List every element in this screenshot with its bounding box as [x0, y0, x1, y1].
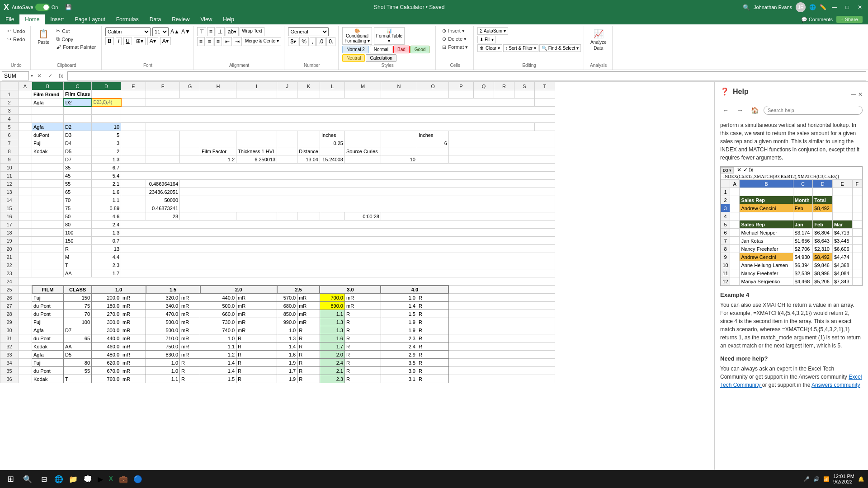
cell-N27[interactable]: 1.4 [381, 302, 417, 310]
row-num-2[interactable]: 2 [0, 99, 19, 107]
cell-N30[interactable]: 1.9 [381, 326, 417, 334]
cell-M30[interactable]: R [344, 326, 381, 334]
cell-M1[interactable] [344, 90, 381, 99]
excel-btn[interactable]: X [107, 475, 115, 483]
cell-D8[interactable]: 2 [92, 147, 121, 155]
cell-C14[interactable]: 70 [64, 196, 92, 204]
cell-D25[interactable]: 1.0 [92, 286, 146, 294]
cell-C3[interactable] [64, 107, 92, 115]
cell-C20[interactable]: R [64, 245, 92, 253]
help-collapse-btn[interactable]: — [851, 91, 856, 98]
cell-I8[interactable]: Thickness 1 HVL [236, 147, 277, 155]
cell-rest-2[interactable] [146, 99, 535, 107]
cell-F25[interactable]: 1.5 [146, 286, 200, 294]
tab-home[interactable]: Home [19, 14, 45, 24]
cell-C13[interactable]: 65 [64, 188, 92, 196]
conditional-formatting-btn[interactable]: 🎨 Conditional Formatting ▾ [342, 27, 372, 45]
cell-K34[interactable]: R [297, 359, 320, 367]
search-icon[interactable]: 🔍 [743, 4, 750, 11]
cell-B8[interactable]: Kodak [32, 147, 64, 155]
cell-D27[interactable]: 180.0 [92, 302, 121, 310]
cell-H1[interactable] [200, 90, 236, 99]
merge-center-btn[interactable]: Merge & Center▾ [243, 37, 282, 46]
autosave-control[interactable]: AutoSave On [12, 4, 58, 11]
cell-N31[interactable]: 2.3 [381, 334, 417, 343]
cell-F12[interactable]: 0.486964164 [146, 180, 180, 188]
cell-H8[interactable]: Film Factor [200, 147, 236, 155]
style-good[interactable]: Good [410, 46, 429, 53]
cell-I27[interactable]: mR [236, 302, 277, 310]
cortana-btn[interactable]: 💭 [81, 475, 94, 483]
col-D[interactable]: D [92, 82, 121, 90]
help-close-btn[interactable]: ✕ [858, 91, 863, 98]
cell-N35[interactable]: 3.0 [381, 367, 417, 375]
cell-O26[interactable]: R [417, 294, 448, 302]
cell-D30[interactable]: 300.0 [92, 326, 121, 334]
cell-B27[interactable]: du Pont [32, 302, 64, 310]
help-back-btn[interactable]: ← [720, 105, 731, 116]
orientation-btn[interactable]: ab▾ [226, 27, 239, 36]
file-explorer-btn[interactable]: 📁 [67, 475, 80, 483]
row-num-23[interactable]: 23 [0, 269, 19, 277]
cell-D6[interactable]: 5 [92, 131, 121, 139]
cancel-formula-btn[interactable]: ✕ [35, 71, 44, 80]
row-num-10[interactable]: 10 [0, 164, 19, 172]
tab-page-layout[interactable]: Page Layout [69, 14, 110, 24]
cell-I36[interactable]: R [236, 375, 277, 383]
cell-H26[interactable]: 440.0 [200, 294, 236, 302]
cell-C17[interactable]: 80 [64, 221, 92, 229]
cell-J1[interactable] [277, 90, 297, 99]
cell-L30[interactable]: 1.3 [320, 326, 344, 334]
row-num-12[interactable]: 12 [0, 180, 19, 188]
taskbar-search-btn[interactable]: 🔍 [19, 475, 36, 483]
cell-B36[interactable]: Kodak [32, 375, 64, 383]
cell-G33[interactable]: mR [180, 351, 200, 359]
format-painter-btn[interactable]: 🖌 Format Painter [53, 43, 99, 51]
underline-btn[interactable]: U [123, 37, 132, 45]
cell-E32[interactable]: mR [121, 343, 146, 351]
cell-C5[interactable]: D2 [64, 123, 92, 131]
cell-A2[interactable] [19, 99, 32, 107]
row-num-9[interactable]: 9 [0, 155, 19, 164]
col-S[interactable]: S [514, 82, 534, 90]
row-num-6[interactable]: 6 [0, 131, 19, 139]
cell-D7[interactable]: 3 [92, 139, 121, 147]
cell-S1[interactable] [514, 90, 534, 99]
cell-O32[interactable]: R [417, 343, 448, 351]
cell-K29[interactable]: mR [297, 318, 320, 326]
cell-B35[interactable]: du Pont [32, 367, 64, 375]
cell-C10[interactable]: 35 [64, 164, 92, 172]
undo-btn[interactable]: ↩ Undo [5, 27, 28, 35]
cell-L7[interactable]: 0.25 [320, 139, 344, 147]
cell-K8[interactable]: Distance [297, 147, 320, 155]
cell-K27[interactable]: mR [297, 302, 320, 310]
cell-D16[interactable]: 4.6 [92, 212, 121, 221]
notification-btn[interactable]: 🔔 [858, 476, 864, 482]
row-num-5[interactable]: 5 [0, 123, 19, 131]
cell-C28[interactable]: 70 [64, 310, 92, 318]
mic-icon[interactable]: 🎤 [803, 476, 810, 482]
paste-btn[interactable]: 📋 Paste [34, 27, 52, 47]
cell-M33[interactable]: R [344, 351, 381, 359]
cell-I34[interactable]: R [236, 359, 277, 367]
cell-J28[interactable]: 850.0 [277, 310, 297, 318]
cell-L29[interactable]: 1.3 [320, 318, 344, 326]
pen-icon[interactable]: ✏️ [820, 4, 826, 10]
cell-L32[interactable]: 1.7 [320, 343, 344, 351]
cell-A3[interactable] [19, 107, 32, 115]
cell-reference-box[interactable] [2, 71, 29, 80]
cell-Q1[interactable] [473, 90, 494, 99]
row-num-8[interactable]: 8 [0, 147, 19, 155]
cell-N25[interactable]: 4.0 [381, 286, 448, 294]
cell-O7[interactable]: 6 [417, 139, 448, 147]
cell-N34[interactable]: 3.5 [381, 359, 417, 367]
tab-review[interactable]: Review [166, 14, 195, 24]
cell-H28[interactable]: 660.0 [200, 310, 236, 318]
cell-G36[interactable]: R [180, 375, 200, 383]
cell-D19[interactable]: 0.7 [92, 237, 121, 245]
cell-K32[interactable]: R [297, 343, 320, 351]
cell-M31[interactable]: R [344, 334, 381, 343]
align-top-btn[interactable]: ⊤ [197, 27, 206, 36]
right-align-btn[interactable]: ≡ [214, 37, 222, 46]
cell-O30[interactable]: R [417, 326, 448, 334]
